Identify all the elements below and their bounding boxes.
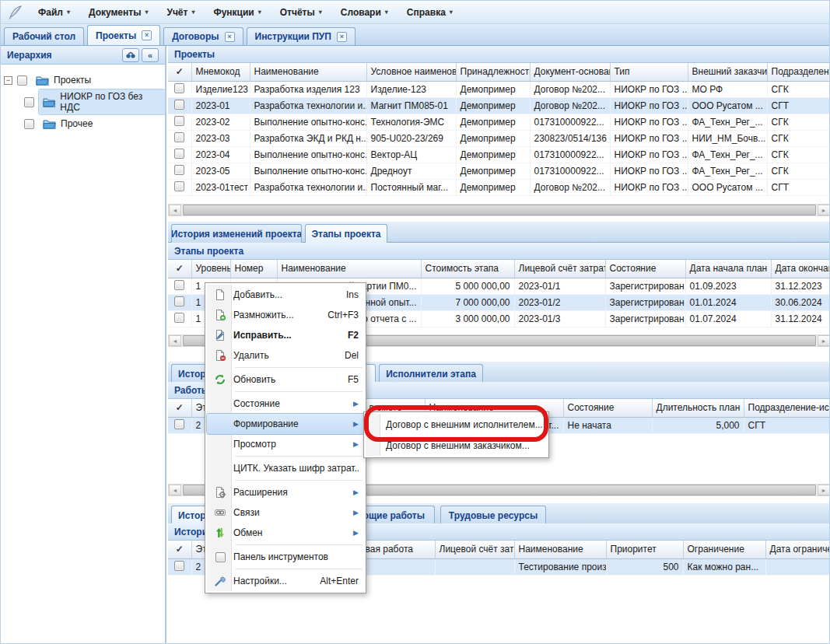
column-header[interactable]: Наименование — [277, 260, 421, 278]
row-select-cell[interactable] — [168, 278, 191, 294]
column-header[interactable]: Дата начала план — [685, 260, 771, 278]
column-header[interactable]: Документ-основан — [530, 63, 610, 81]
cell[interactable] — [435, 558, 514, 575]
context-menu-item[interactable]: Настройки...Alt+Enter — [207, 571, 364, 591]
column-header[interactable]: Лицевой счёт затр — [435, 541, 514, 558]
select-all-header[interactable]: ✓ — [168, 541, 191, 558]
cell[interactable]: 2023-01 — [191, 97, 250, 114]
tab-stage-executors[interactable]: Исполнители этапа — [379, 364, 483, 383]
cell[interactable]: НИИ_НМ_Бочв... — [688, 130, 767, 146]
tab-instructions[interactable]: Инструкции ПУП× — [247, 27, 355, 45]
cell[interactable]: 5 000 000,00 — [421, 278, 514, 294]
cell[interactable]: 2023-02 — [191, 114, 250, 130]
cell[interactable]: Разработка технологии и... — [250, 97, 366, 114]
row-checkbox[interactable] — [174, 83, 184, 93]
context-menu-item[interactable]: Исправить...F2 — [207, 325, 364, 345]
context-submenu-item[interactable]: Договор с внешним заказчиком... — [366, 435, 547, 456]
row-checkbox[interactable] — [174, 419, 184, 429]
tab-desktop[interactable]: Рабочий стол — [4, 27, 84, 45]
cell[interactable]: 5,000 — [652, 417, 744, 433]
context-menu-item[interactable]: Панель инструментов — [207, 547, 364, 567]
table-row[interactable]: 2023-02Выполнение опытно-конс...Технолог… — [168, 114, 830, 130]
tab-labor-resources[interactable]: Трудовые ресурсы — [440, 506, 546, 524]
cell[interactable]: Зарегистрирован — [605, 294, 685, 310]
row-select-cell[interactable] — [168, 417, 191, 433]
row-select-cell[interactable] — [168, 163, 191, 179]
node-checkbox[interactable] — [24, 119, 34, 129]
cell[interactable]: Выполнение опытно-конс... — [250, 114, 366, 130]
context-menu-item[interactable]: Формирование▶ — [207, 414, 364, 434]
cell[interactable]: 2023-01/2 — [514, 294, 605, 310]
cell[interactable]: НИОКР по ГОЗ ... — [610, 114, 688, 130]
cell[interactable]: ФА_Техн_Рег_... — [688, 114, 767, 130]
cell[interactable]: ФА_Техн_Рег_... — [688, 146, 767, 163]
tree-node-projects[interactable]: − Проекты — [1, 69, 165, 91]
cell[interactable]: НИОКР по ГОЗ ... — [610, 81, 688, 97]
row-checkbox[interactable] — [174, 561, 184, 571]
cell[interactable]: НИОКР по ГОЗ ... — [610, 130, 688, 146]
cell[interactable]: ООО Русатом ... — [688, 97, 767, 114]
column-header[interactable]: Мнемокод — [191, 63, 250, 81]
row-select-cell[interactable] — [168, 310, 191, 327]
cell[interactable]: Изделие123 — [191, 81, 250, 97]
column-header[interactable]: Ограничение — [683, 541, 765, 558]
cell[interactable]: 31.12.2023 — [771, 278, 830, 294]
tree-node-other[interactable]: Прочее — [1, 113, 165, 135]
context-menu-item[interactable]: УдалитьDel — [207, 345, 364, 366]
cell[interactable]: Демопример — [456, 114, 530, 130]
select-all-header[interactable]: ✓ — [168, 63, 191, 81]
table-row[interactable]: 2023-05Выполнение опытно-конс...Дредноут… — [168, 163, 830, 179]
cell[interactable]: 017310000922... — [530, 146, 610, 163]
cell[interactable]: 2023-05 — [191, 163, 250, 179]
scroll-left-icon[interactable]: ◄ — [169, 485, 181, 495]
cell[interactable]: 31.12.2024 — [771, 310, 830, 327]
cell[interactable]: Зарегистрирован — [605, 278, 685, 294]
menubar-item-functions[interactable]: Функции▾ — [204, 4, 270, 21]
cell[interactable]: 2023-03 — [191, 130, 250, 146]
tab-project-history[interactable]: История изменений проекта — [171, 224, 302, 243]
cell[interactable]: СГК — [767, 163, 830, 179]
scroll-left-icon[interactable]: ◄ — [169, 335, 181, 346]
cell[interactable]: 905-U020-23/269 — [366, 130, 456, 146]
row-checkbox[interactable] — [174, 132, 184, 142]
context-menu-item[interactable]: Обмен▶ — [207, 523, 364, 543]
menubar-item-dictionaries[interactable]: Словари▾ — [331, 4, 397, 21]
menubar-item-documents[interactable]: Документы▾ — [79, 4, 158, 21]
menubar-item-file[interactable]: Файл▾ — [29, 4, 79, 21]
row-checkbox[interactable] — [174, 149, 184, 159]
select-all-header[interactable]: ✓ — [168, 399, 191, 417]
cell[interactable]: Разработка технологии и... — [250, 179, 366, 195]
context-menu-item[interactable]: Добавить...Ins — [207, 285, 364, 305]
context-menu-item[interactable]: ЦИТК. Указать шифр затрат... — [207, 458, 364, 478]
column-header[interactable]: Приоритет — [606, 541, 683, 558]
cell[interactable]: Демопример — [456, 163, 530, 179]
context-menu-item[interactable]: Просмотр▶ — [207, 434, 364, 454]
cell[interactable]: 01.01.2024 — [685, 294, 771, 310]
cell[interactable]: Демопример — [456, 97, 530, 114]
scroll-left-icon[interactable]: ◄ — [169, 205, 181, 215]
tab-projects[interactable]: Проекты× — [87, 25, 160, 45]
row-checkbox[interactable] — [174, 313, 184, 323]
column-header[interactable]: Дата окончани — [771, 260, 830, 278]
cell[interactable]: Как можно ран... — [683, 558, 765, 575]
column-header[interactable]: Наименование — [250, 63, 366, 81]
row-select-cell[interactable] — [168, 97, 191, 114]
row-checkbox[interactable] — [174, 280, 184, 290]
cell[interactable]: Демопример — [456, 130, 530, 146]
context-submenu-item[interactable]: Договор с внешним исполнителем... — [366, 414, 547, 435]
cell[interactable]: Выполнение опытно-конс... — [250, 146, 366, 163]
cell[interactable]: Магнит ПМ085-01 — [366, 97, 456, 114]
cell[interactable]: Договор №202... — [530, 179, 610, 195]
collapse-panel-icon[interactable]: « — [142, 48, 159, 62]
menubar-item-help[interactable]: Справка▾ — [397, 4, 462, 21]
cell[interactable]: 2023-01/1 — [514, 278, 605, 294]
row-checkbox[interactable] — [174, 100, 184, 110]
tree-node-niokr[interactable]: НИОКР по ГОЗ без НДС — [1, 91, 165, 113]
cell[interactable]: ФА_Техн_Рег_... — [688, 163, 767, 179]
scroll-right-icon[interactable]: ► — [818, 205, 830, 215]
cell[interactable]: Постоянный маг... — [366, 179, 456, 195]
table-row[interactable]: Изделие123Разработка изделия 123Изделие-… — [168, 81, 830, 97]
scrollbar-thumb[interactable] — [183, 205, 816, 215]
close-icon[interactable]: × — [225, 32, 235, 42]
cell[interactable]: ООО Русатом ... — [688, 179, 767, 195]
